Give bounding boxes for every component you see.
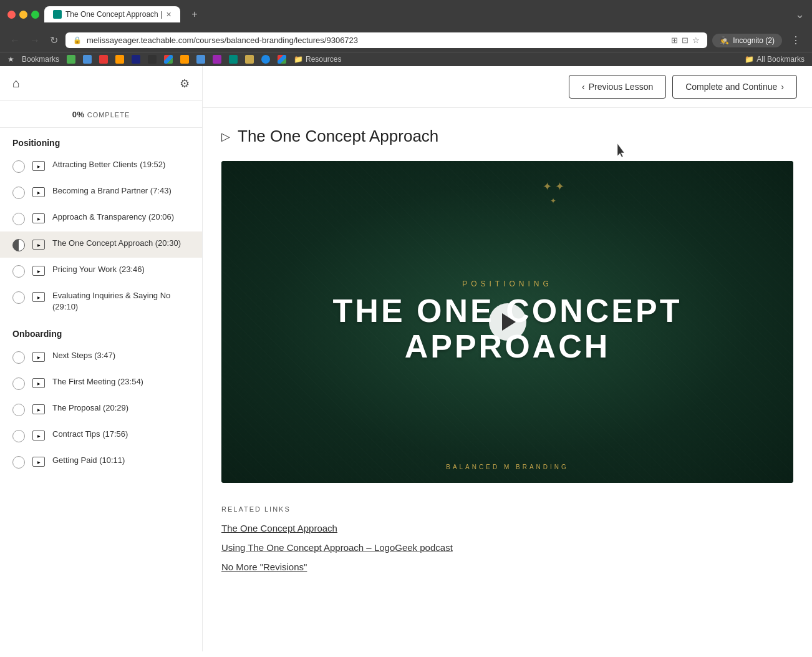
section-positioning: Positioning (0, 128, 202, 153)
video-icon-pricing (32, 266, 45, 276)
play-triangle-icon (502, 313, 516, 331)
lesson-check-first (12, 377, 25, 390)
lesson-check-paid (12, 456, 25, 469)
address-bar[interactable]: 🔒 melissayeager.teachable.com/courses/ba… (65, 32, 707, 48)
video-icon-one-concept (32, 240, 45, 250)
bookmark-item-14[interactable] (278, 55, 286, 64)
lesson-title-becoming: Becoming a Brand Partner (7:43) (52, 185, 172, 197)
bookmark-item-8[interactable] (180, 55, 189, 64)
lesson-item[interactable]: Attracting Better Clients (19:52) (0, 153, 202, 179)
lesson-check-contract (12, 430, 25, 442)
lesson-item[interactable]: Evaluating Inquiries & Saying No (29:10) (0, 284, 202, 319)
complete-continue-button[interactable]: Complete and Continue › (672, 75, 797, 99)
lesson-item[interactable]: The Proposal (20:29) (0, 396, 202, 422)
folder-icon: 📁 (294, 55, 303, 64)
video-icon-paid (32, 457, 45, 467)
video-icon-proposal (32, 404, 45, 414)
progress-section: 0% COMPLETE (0, 101, 202, 128)
sidebar-top-bar: ⌂ ⚙ (0, 66, 202, 101)
bookmark-item-4[interactable] (115, 55, 124, 64)
video-icon-attracting (32, 161, 45, 171)
bookmark-item-2[interactable] (83, 55, 92, 64)
forward-button[interactable]: → (27, 34, 42, 47)
lesson-title-approach: Approach & Transparency (20:06) (52, 212, 174, 223)
home-icon[interactable]: ⌂ (12, 76, 20, 90)
page-title: The One Concept Approach (238, 127, 438, 146)
related-link-2[interactable]: No More "Revisions" (221, 562, 793, 572)
lesson-title-evaluating: Evaluating Inquiries & Saying No (29:10) (52, 290, 190, 313)
lesson-item[interactable]: Contract Tips (17:56) (0, 422, 202, 449)
lesson-item[interactable]: Approach & Transparency (20:06) (0, 205, 202, 231)
close-window-button[interactable] (7, 11, 16, 19)
minimize-window-button[interactable] (19, 11, 27, 19)
security-lock-icon: 🔒 (73, 36, 82, 44)
lesson-check-evaluating (12, 291, 25, 304)
bookmark-item-10[interactable] (213, 55, 221, 64)
title-bar: The One Concept Approach | ✕ + ⌄ (0, 0, 812, 29)
lesson-item[interactable]: The First Meeting (23:54) (0, 370, 202, 396)
lesson-check-pricing (12, 265, 25, 278)
address-bar-row: ← → ↻ 🔒 melissayeager.teachable.com/cour… (0, 29, 812, 52)
active-tab[interactable]: The One Concept Approach | ✕ (44, 6, 180, 22)
lesson-check-proposal (12, 404, 25, 416)
bookmark-star-icon[interactable]: ☆ (692, 36, 700, 45)
lesson-check-one-concept (12, 239, 25, 251)
lesson-check-approach (12, 213, 25, 225)
new-tab-button[interactable]: + (185, 5, 203, 24)
video-brand-text: BALANCED M BRANDING (446, 464, 569, 470)
tab-close-button[interactable]: ✕ (166, 11, 172, 19)
bookmark-item-11[interactable] (229, 55, 238, 64)
back-button[interactable]: ← (7, 34, 22, 47)
content-area: ▷ The One Concept Approach ✦ ✦✦ POSITION… (203, 108, 812, 606)
lesson-check-becoming (12, 187, 25, 199)
bookmark-item-9[interactable] (196, 55, 205, 64)
page-title-row: ▷ The One Concept Approach (221, 127, 793, 146)
main-content: ‹ Previous Lesson Complete and Continue … (203, 66, 812, 651)
continue-label: Complete and Continue (685, 82, 777, 92)
video-icon-becoming (32, 187, 45, 197)
lesson-check-next (12, 351, 25, 364)
folder-icon-all: 📁 (745, 55, 754, 64)
bookmark-item-13[interactable] (261, 55, 270, 64)
all-bookmarks-button[interactable]: 📁 All Bookmarks (745, 55, 805, 64)
lesson-title-attracting: Attracting Better Clients (19:52) (52, 159, 165, 170)
resources-label: Resources (306, 55, 341, 64)
lesson-item-active[interactable]: The One Concept Approach (20:30) (0, 231, 202, 258)
chevron-right-icon: › (781, 82, 784, 92)
lesson-item[interactable]: Next Steps (3:47) (0, 344, 202, 370)
related-link-1[interactable]: Using The One Concept Approach – LogoGee… (221, 542, 793, 553)
lesson-title-first: The First Meeting (23:54) (52, 376, 143, 387)
related-link-0[interactable]: The One Concept Approach (221, 523, 793, 533)
lesson-item[interactable]: Becoming a Brand Partner (7:43) (0, 179, 202, 205)
progress-percent: 0% (72, 110, 85, 119)
cast-icon[interactable]: ⊡ (682, 36, 689, 45)
incognito-label: Incognito (2) (733, 36, 775, 45)
previous-lesson-button[interactable]: ‹ Previous Lesson (569, 75, 666, 99)
lesson-item[interactable]: Pricing Your Work (23:46) (0, 258, 202, 284)
progress-label: COMPLETE (87, 111, 130, 119)
incognito-button[interactable]: 🕵 Incognito (2) (712, 34, 782, 47)
settings-icon[interactable]: ⚙ (180, 77, 190, 90)
lesson-title-proposal: The Proposal (20:29) (52, 402, 128, 414)
video-sub-text: POSITIONING (333, 280, 682, 288)
bookmark-item-6[interactable] (148, 55, 157, 64)
lesson-item[interactable]: Getting Paid (10:11) (0, 449, 202, 475)
address-bar-icons: ⊞ ⊡ ☆ (671, 36, 700, 45)
bookmark-item-7[interactable] (164, 55, 173, 64)
video-icon-next (32, 352, 45, 362)
browser-menu-button[interactable]: ⋮ (787, 33, 805, 47)
resources-bookmark[interactable]: 📁 Resources (294, 55, 341, 64)
tab-list-button[interactable]: ⌄ (795, 7, 805, 21)
sidebar: ⌂ ⚙ 0% COMPLETE Positioning Attracting B… (0, 66, 203, 651)
bookmark-item-5[interactable] (132, 55, 140, 64)
bookmark-item-3[interactable] (99, 55, 108, 64)
bookmark-item-1[interactable] (67, 55, 75, 64)
play-button[interactable] (489, 303, 526, 341)
video-player[interactable]: ✦ ✦✦ POSITIONING THE ONE CONCEPT APPROAC… (221, 161, 793, 483)
lesson-title-paid: Getting Paid (10:11) (52, 455, 125, 466)
grid-icon[interactable]: ⊞ (671, 36, 678, 45)
fullscreen-window-button[interactable] (31, 11, 39, 19)
main-header: ‹ Previous Lesson Complete and Continue … (203, 66, 812, 108)
bookmark-item-12[interactable] (245, 55, 254, 64)
reload-button[interactable]: ↻ (47, 33, 60, 47)
